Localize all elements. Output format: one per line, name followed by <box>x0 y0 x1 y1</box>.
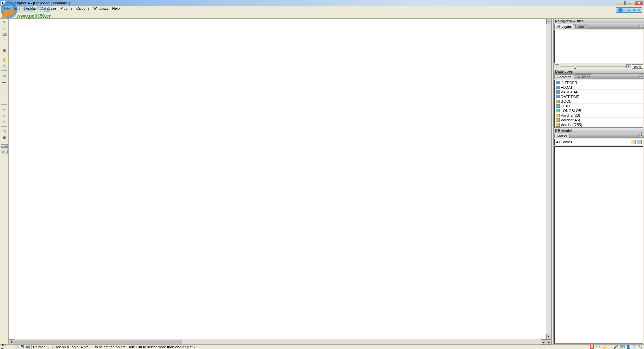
datatype-item[interactable]: INTEGER <box>555 80 643 85</box>
zoom-slider[interactable] <box>560 66 626 67</box>
tray-mic-icon[interactable]: 🎤 <box>614 345 619 349</box>
tab-navigator[interactable]: Navigator <box>554 24 575 29</box>
status-btn-3[interactable]: ▭ <box>25 345 30 349</box>
page-prev-icon[interactable]: ◀ <box>541 339 546 345</box>
datatypes-title: Datatypes <box>554 69 644 74</box>
hand-tool[interactable]: ✋ <box>1 57 8 62</box>
menu-database[interactable]: Database <box>39 6 58 10</box>
datatype-item[interactable]: TEXT <box>555 104 643 108</box>
zoom-tool[interactable]: 🔍 <box>1 63 8 68</box>
status-zoom[interactable]: 100 % <box>0 345 13 349</box>
tray-cn-icon[interactable]: 中 <box>596 345 600 349</box>
datatype-icon <box>556 100 560 103</box>
datatype-item[interactable]: VARCHAR <box>555 90 643 94</box>
tray-person-icon[interactable]: 👤 <box>626 345 631 349</box>
minimize-button[interactable]: — <box>616 1 625 5</box>
status-btn-1[interactable]: ◯ <box>15 345 19 349</box>
panel-expand-icon[interactable]: ▸ <box>639 24 643 28</box>
grid-tool[interactable]: ▦ <box>1 47 8 53</box>
tab-alltypes[interactable]: All types <box>575 74 593 79</box>
vertical-scrollbar[interactable]: ▲ ▼ <box>546 19 551 339</box>
add-table-icon[interactable] <box>631 140 636 144</box>
zoom-in-button[interactable]: ▪ <box>626 64 631 68</box>
hscroll-thumb[interactable] <box>14 340 182 344</box>
note-tool[interactable]: ▢ <box>1 129 8 134</box>
tray-wrench-icon[interactable]: 🔧 <box>638 345 643 349</box>
datatype-icon <box>556 90 560 94</box>
menu-plugins[interactable]: Plugins <box>58 6 74 10</box>
horizontal-scrollbar[interactable]: ◀ ▶ ◀ ▶ <box>9 339 546 344</box>
tab-model[interactable]: Model <box>554 134 570 138</box>
page-next-icon[interactable]: ▶ <box>546 339 551 345</box>
menu-edit[interactable]: Edit <box>12 6 22 10</box>
sync-tool[interactable]: Sync <box>1 144 8 149</box>
tray-comma-icon[interactable]: ' <box>608 345 612 349</box>
menu-file[interactable]: File <box>2 6 12 10</box>
datatype-icon <box>556 114 560 117</box>
datatype-item[interactable]: BOOL <box>555 99 643 104</box>
zoom-out-button[interactable]: ▫ <box>555 64 559 68</box>
status-btn-2[interactable]: 💾 <box>20 345 24 349</box>
scroll-left-icon[interactable]: ◀ <box>9 339 14 344</box>
relation-nm-tool[interactable]: ↘ <box>1 97 8 102</box>
maximize-button[interactable]: ▭ <box>625 1 634 5</box>
toolbar-button[interactable] <box>1 12 8 18</box>
tab-info[interactable]: Info <box>575 24 587 29</box>
table2-tool[interactable]: ▬ <box>1 79 8 84</box>
scroll-up-icon[interactable]: ▲ <box>546 19 551 24</box>
canvas[interactable] <box>9 19 551 344</box>
dbmodel-tree[interactable] <box>554 146 643 344</box>
datatype-icon <box>556 109 560 112</box>
datatype-item[interactable]: LONGBLOB <box>555 108 643 113</box>
navigator-title: Navigator & Info <box>554 19 644 23</box>
image-tool[interactable]: ▣ <box>1 135 8 140</box>
datatype-item[interactable]: Varchar(45) <box>555 118 643 122</box>
datatype-item[interactable]: Varchar(255) <box>555 122 643 127</box>
zoom-value[interactable]: 100% <box>632 64 643 69</box>
download-badge[interactable]: ↓ 870 KB/s <box>616 7 642 13</box>
relation-11-tool[interactable]: ↗ <box>1 107 8 112</box>
relation-1n-tool[interactable]: ↘ <box>1 85 8 90</box>
relation-112-tool[interactable]: ↗ <box>1 113 8 118</box>
move-tool[interactable]: ⤡ <box>1 26 8 31</box>
datatype-item[interactable]: Varchar(20) <box>555 113 643 118</box>
menu-display[interactable]: Display <box>22 6 39 10</box>
scroll-down-icon[interactable]: ▼ <box>546 334 551 339</box>
status-hint: Pointer [Q] (Click on a Table, Note, ...… <box>32 345 644 349</box>
panel-expand-icon[interactable]: ▸ <box>639 133 643 137</box>
dbmodel-header-row: All Tables <box>554 139 643 145</box>
tab-common[interactable]: Common <box>554 74 574 79</box>
menu-options[interactable]: Options <box>74 6 91 10</box>
navigator-tabs: Navigator Info ▸ <box>554 23 644 29</box>
datatypes-list: INTEGER FLOAT VARCHAR DATETIME BOOL TEXT… <box>554 80 643 128</box>
co-tool[interactable]: Co. <box>1 150 8 154</box>
zoom-thumb[interactable] <box>574 65 576 69</box>
tray-keyboard-icon[interactable]: ⌨ <box>620 345 625 349</box>
pointer-tool[interactable]: ↖ <box>1 19 8 25</box>
datatype-icon <box>556 86 560 89</box>
datatype-icon <box>556 81 560 84</box>
statusbar: 100 % ◯ 💾 ▭ Pointer [Q] (Click on a Tabl… <box>0 344 644 349</box>
table-tool[interactable]: ▭ <box>1 73 8 78</box>
datatype-item[interactable]: DATETIME <box>555 94 643 99</box>
tray-sogou-icon[interactable]: S <box>590 345 594 349</box>
navigator-frame[interactable] <box>557 32 574 42</box>
tray-shirt-icon[interactable]: 👕 <box>632 345 637 349</box>
refresh-icon[interactable] <box>637 140 642 144</box>
tray-moon-icon[interactable]: 🌙 <box>602 345 606 349</box>
cloud-icon <box>618 8 623 12</box>
navigator-viewport[interactable] <box>554 30 643 63</box>
delete-tool[interactable]: ⌫ <box>1 32 8 37</box>
menu-help[interactable]: Help <box>110 6 122 10</box>
panel-expand-icon[interactable]: ▸ <box>639 74 643 78</box>
datatype-item[interactable]: FLOAT <box>555 85 643 90</box>
relation-gen-tool[interactable]: ↗ <box>1 119 8 124</box>
relation-1n2-tool[interactable]: ↘ <box>1 91 8 96</box>
dbmodel-title: DB Model <box>554 128 644 133</box>
close-button[interactable]: ✕ <box>635 1 643 5</box>
dbmodel-tabs: Model ▸ <box>554 133 644 138</box>
navigator-zoom-bar: ▫ ▪ 100% <box>554 64 644 69</box>
region-tool[interactable]: ◠ <box>1 38 8 43</box>
menu-windows[interactable]: Windows <box>91 6 110 10</box>
secondary-toolbar <box>0 11 644 19</box>
